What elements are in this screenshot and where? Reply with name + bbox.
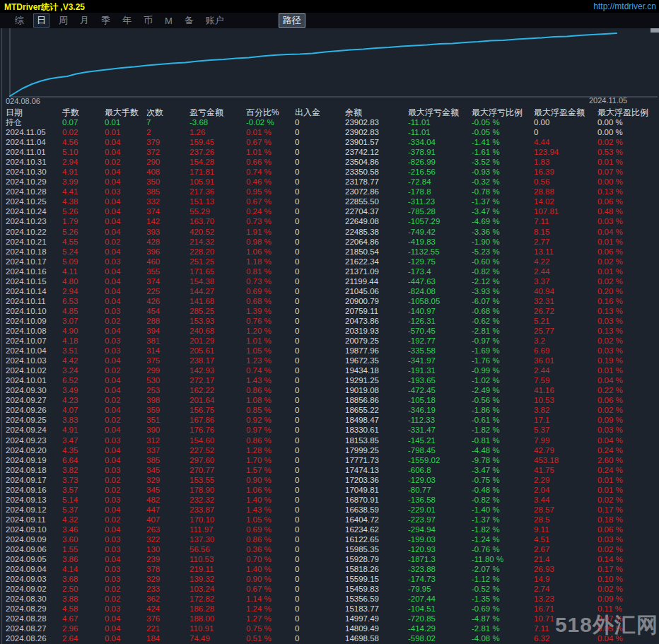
cell: 2.96 — [62, 623, 105, 633]
table-row[interactable]: 2024.09.264.070.04359156.750.85 %018655.… — [0, 405, 659, 415]
table-row[interactable]: 2024.09.114.320.02407170.101.05 %016404.… — [0, 515, 659, 525]
cell: 26.72 — [534, 306, 597, 316]
menu-item-9[interactable]: 备 — [182, 13, 197, 28]
menu-item-1[interactable]: 综 — [12, 13, 27, 28]
table-row[interactable]: 2024.10.154.800.04374154.380.73 %021199.… — [0, 276, 659, 286]
cell: 2024.09.19 — [6, 455, 62, 465]
table-row[interactable]: 2024.10.034.420.04375238.171.23 %019672.… — [0, 356, 659, 365]
cell: 0.02 — [105, 415, 146, 425]
cell: 2.60 % — [597, 455, 659, 465]
menu-item-4[interactable]: 月 — [77, 13, 92, 28]
table-row[interactable]: 2024.10.164.110.04355171.650.81 %021371.… — [0, 267, 659, 276]
cell: 167.86 — [189, 415, 246, 425]
table-row[interactable]: 2024.09.303.490.04253162.220.86 %019019.… — [0, 385, 659, 395]
table-row[interactable]: 2024.09.173.730.02329153.550.90 %017203.… — [0, 475, 659, 485]
table-row[interactable]: 2024.09.061.550.0313056.560.36 %015985.3… — [0, 544, 659, 554]
table-row[interactable]: 2024.10.074.180.03381201.291.01 %020079.… — [0, 336, 659, 346]
table-row[interactable]: 2024.10.214.550.02428214.320.98 %022064.… — [0, 237, 659, 247]
table-row[interactable]: 2024.09.233.470.03312154.600.86 %018153.… — [0, 435, 659, 445]
table-row[interactable]: 2024.09.244.910.04390176.760.97 %018330.… — [0, 425, 659, 435]
cell: 22855.50 — [345, 197, 408, 206]
table-row[interactable]: 2024.10.293.990.04350105.910.46 %023178.… — [0, 177, 659, 187]
cell: -105.18 — [408, 395, 472, 405]
cell: -798.45 — [408, 445, 472, 455]
cell: 1.40 % — [246, 495, 295, 505]
cell: 0.66 % — [246, 157, 295, 167]
table-row[interactable]: 2024.09.183.820.03345270.771.57 %017474.… — [0, 465, 659, 475]
table-row[interactable]: 2024.09.103.460.04263111.970.69 %016234.… — [0, 525, 659, 534]
table-row[interactable]: 2024.11.015.100.04372237.261.01 %023742.… — [0, 147, 659, 157]
table-row[interactable]: 2024.10.023.240.02299142.930.74 %019434.… — [0, 365, 659, 375]
cell: 1.18 % — [246, 257, 295, 267]
cell: 2.67 — [534, 544, 597, 554]
cell: 14809.49 — [345, 623, 408, 633]
cell: 1.26 — [189, 127, 246, 137]
menu-item-6[interactable]: 年 — [119, 13, 134, 28]
table-row[interactable]: 2024.10.104.850.03454285.251.39 %020759.… — [0, 306, 659, 316]
cell: 3.60 — [62, 534, 105, 544]
app-url-link[interactable]: http://mtdriver.cn — [593, 1, 656, 11]
menu-item-3[interactable]: 周 — [56, 13, 71, 28]
table-row[interactable]: 2024.09.204.350.04337227.521.28 %017999.… — [0, 445, 659, 455]
cell: 19291.25 — [345, 375, 408, 385]
menu-item-5[interactable]: 季 — [98, 13, 113, 28]
table-row[interactable]: 2024.11.050.020.0121.260.01 %023902.83-1… — [0, 127, 659, 137]
cell: -1.41 % — [472, 137, 534, 147]
table-row[interactable]: 2024.09.044.140.03378219.111.40 %015818.… — [0, 564, 659, 574]
cell: -606.8 — [408, 465, 472, 475]
table-row[interactable]: 2024.09.253.830.02351167.860.92 %018498.… — [0, 415, 659, 425]
cell: 0.03 % — [597, 346, 659, 356]
table-row[interactable]: 2024.10.142.940.04225144.270.69 %021045.… — [0, 286, 659, 296]
table-row[interactable]: 2024.09.033.680.03329139.320.90 %015599.… — [0, 574, 659, 584]
table-row[interactable]: 2024.10.225.260.04393420.521.91 %022485.… — [0, 227, 659, 237]
table-row[interactable]: 2024.10.116.530.04426141.680.68 %020900.… — [0, 296, 659, 306]
cell: 154.60 — [189, 435, 246, 445]
table-row[interactable]: 2024.10.284.410.03385217.360.95 %023072.… — [0, 187, 659, 197]
table-row[interactable]: 2024.10.231.790.04142163.700.73 %022649.… — [0, 216, 659, 226]
cell: 5.10 — [62, 147, 105, 157]
cell: 2024.09.03 — [6, 574, 62, 584]
table-row[interactable]: 2024.08.303.880.02362172.821.14 %015356.… — [0, 594, 659, 604]
cell: -120.93 — [408, 544, 472, 554]
table-row[interactable]: 2024.10.254.380.04332151.130.67 %022855.… — [0, 197, 659, 206]
table-row[interactable]: 2024.09.135.140.03482232.321.40 %016870.… — [0, 495, 659, 505]
table-row[interactable]: 2024.10.245.260.0437455.290.24 %022704.3… — [0, 206, 659, 216]
table-row[interactable]: 2024.09.093.600.03322137.300.86 %016122.… — [0, 534, 659, 544]
menu-item-10[interactable]: 账户 — [203, 13, 227, 28]
cell: 15183.77 — [345, 604, 408, 614]
menu-item-7[interactable]: 币 — [141, 13, 156, 28]
cell: 345 — [146, 465, 189, 475]
table-row[interactable]: 2024.09.196.640.04385297.601.70 %017771.… — [0, 455, 659, 465]
table-row[interactable]: 2024.09.163.570.02345178.901.06 %017049.… — [0, 485, 659, 495]
cell: 0.04 — [105, 455, 146, 465]
table-row[interactable]: 2024.10.093.070.02288153.930.76 %020473.… — [0, 316, 659, 326]
cell: 188.00 — [189, 614, 246, 623]
table-row[interactable]: 2024.10.043.510.03314205.611.05 %019877.… — [0, 346, 659, 356]
table-row[interactable]: 2024.10.185.240.04396228.201.06 %021850.… — [0, 247, 659, 257]
cell: -223.97 — [408, 515, 472, 525]
table-row[interactable]: 2024.09.053.860.04239110.530.70 %015928.… — [0, 554, 659, 564]
cell: 482 — [146, 495, 189, 505]
table-row[interactable]: 2024.09.274.230.02398201.641.08 %018856.… — [0, 395, 659, 405]
cell: 2024.10.31 — [6, 157, 62, 167]
table-row[interactable]: 2024.10.312.940.02290154.280.66 %023504.… — [0, 157, 659, 167]
cell: 2024.10.15 — [6, 276, 62, 286]
table-row[interactable]: 2024.10.304.910.04408171.810.74 %023350.… — [0, 167, 659, 177]
table-row[interactable]: 2024.10.084.900.04394240.681.20 %020319.… — [0, 326, 659, 336]
path-button[interactable]: 路径 — [279, 13, 305, 28]
cell: -1.37 % — [472, 515, 534, 525]
cell: 0.04 — [105, 445, 146, 455]
cell: 41.16 — [534, 385, 597, 395]
table-row[interactable]: 2024.09.022.500.02233103.240.67 %015459.… — [0, 584, 659, 594]
table-row[interactable]: 2024.11.044.560.04379159.450.67 %023901.… — [0, 137, 659, 147]
cell: 0.03 — [105, 574, 146, 584]
table-row[interactable]: 2024.10.016.520.04530272.171.43 %019291.… — [0, 375, 659, 385]
cell: 0.01 — [105, 127, 146, 137]
table-row[interactable]: 2024.10.175.090.03460251.251.18 %021622.… — [0, 257, 659, 267]
table-row-position[interactable]: 持仓0.070.017-3.68-0.02 %023902.83-11.01-0… — [0, 117, 659, 127]
table-row[interactable]: 2024.09.125.370.04447233.871.43 %016638.… — [0, 505, 659, 515]
menu-item-2[interactable]: 日 — [33, 13, 49, 28]
cell: 3.82 — [62, 465, 105, 475]
menu-item-8[interactable]: M — [162, 15, 175, 27]
cell: 16404.72 — [345, 515, 408, 525]
